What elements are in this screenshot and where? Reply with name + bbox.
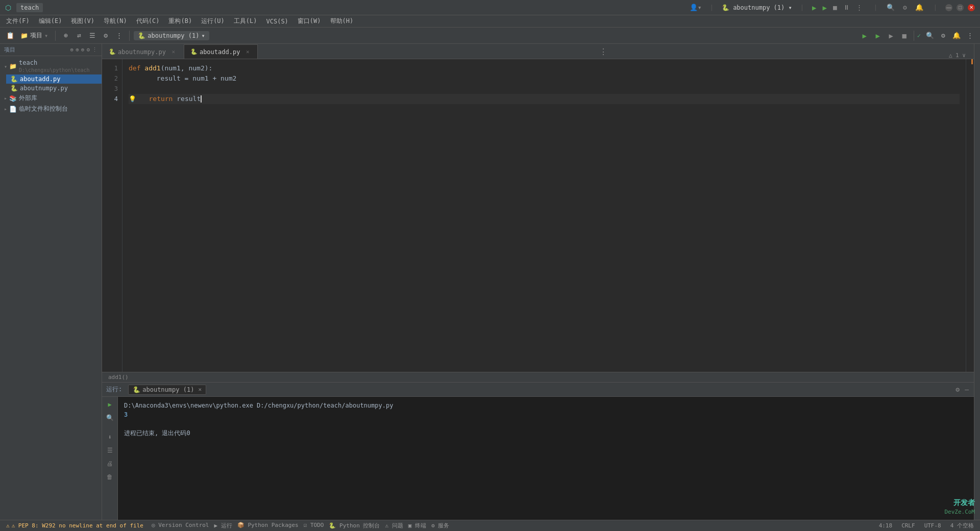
code-editor[interactable]: 1 2 3 4 def add1(num1, num2): .......res… xyxy=(102,59,974,372)
code-line-2: .......result = num1 + num2 xyxy=(129,73,960,84)
status-indent[interactable]: 4 个空格 xyxy=(948,521,976,530)
status-tab-vcs[interactable]: ◎ Version Control xyxy=(152,522,209,529)
tab-aboutadd-close[interactable]: ✕ xyxy=(244,48,251,56)
param-num1: num1 xyxy=(164,63,180,73)
status-tab-python-console[interactable]: 🐍 Python 控制台 xyxy=(329,522,380,529)
tree-external-libs[interactable]: ▸ 📚 外部库 xyxy=(0,93,102,104)
line-num-4: 4 xyxy=(102,94,118,104)
terminal-search-btn[interactable]: 🔍 xyxy=(104,412,115,423)
user-icon[interactable]: 👤▾ xyxy=(690,4,702,11)
terminal-tab-close[interactable]: ✕ xyxy=(198,386,202,393)
debug-button[interactable]: ▶ xyxy=(872,30,884,42)
menu-tools[interactable]: 工具(L) xyxy=(230,16,261,27)
terminal-body[interactable]: D:\Anaconda3\envs\newenv\python.exe D:/c… xyxy=(118,397,974,520)
terminal-minimize-btn[interactable]: — xyxy=(964,385,970,394)
coverage-button[interactable]: ▶ xyxy=(885,30,897,42)
editor-area: 🐍 aboutnumpy.py ✕ 🐍 aboutadd.py ✕ ⋮ △ 1 … xyxy=(102,44,974,520)
maximize-button[interactable]: □ xyxy=(957,4,964,11)
status-encoding[interactable]: UTF-8 xyxy=(922,522,943,529)
tab-aboutnumpy-close[interactable]: ✕ xyxy=(170,48,177,56)
tab-aboutadd-icon: 🐍 xyxy=(190,48,198,55)
right-panel xyxy=(974,44,980,520)
tab-aboutadd[interactable]: 🐍 aboutadd.py ✕ xyxy=(184,44,258,59)
notifications-btn[interactable]: 🔔 xyxy=(950,30,963,42)
tree-file-aboutadd[interactable]: 🐍 aboutadd.py xyxy=(6,74,102,84)
status-tab-terminal[interactable]: ▣ 终端 xyxy=(408,522,426,529)
menu-run[interactable]: 运行(U) xyxy=(197,16,229,27)
menu-bar: 文件(F) 编辑(E) 视图(V) 导航(N) 代码(C) 重构(B) 运行(U… xyxy=(0,15,980,28)
sidebar-action-2[interactable]: ⊕ xyxy=(76,46,79,53)
status-line-col[interactable]: 4:18 xyxy=(877,522,895,529)
toolbar-btn-3[interactable]: ☰ xyxy=(86,30,99,42)
status-line-ending[interactable]: CRLF xyxy=(899,522,917,529)
run-config-selector[interactable]: 🐍 aboutnumpy (1) ▾ xyxy=(134,31,209,40)
menu-view[interactable]: 视图(V) xyxy=(67,16,99,27)
tree-file-aboutnumpy[interactable]: 🐍 aboutnumpy.py xyxy=(6,84,102,93)
code-content[interactable]: def add1(num1, num2): .......result = nu… xyxy=(122,59,966,372)
status-tabs: ◎ Version Control ▶ 运行 📦 Python Packages… xyxy=(152,522,449,529)
assign-op: = xyxy=(181,73,192,84)
tab-more-btn[interactable]: ⋮ xyxy=(595,44,611,59)
menu-vcs[interactable]: VCS(S) xyxy=(262,17,292,26)
status-tab-services[interactable]: ⚙ 服务 xyxy=(431,522,449,529)
status-tab-python-packages[interactable]: 📦 Python Packages xyxy=(237,522,299,529)
sidebar-action-settings[interactable]: ⚙ xyxy=(86,46,90,53)
terminal-command-line: D:\Anaconda3\envs\newenv\python.exe D:/c… xyxy=(124,401,968,410)
more-icon[interactable]: ⋮ xyxy=(856,4,863,11)
terminal-tab-aboutnumpy[interactable]: 🐍 aboutnumpy (1) ✕ xyxy=(128,385,206,395)
menu-window[interactable]: 窗口(W) xyxy=(293,16,325,27)
settings-btn[interactable]: ⚙ xyxy=(937,30,949,42)
more-btn[interactable]: ⋮ xyxy=(964,30,976,42)
project-header-label: 项目 xyxy=(4,46,15,54)
menu-refactor[interactable]: 重构(B) xyxy=(164,16,196,27)
pause-icon[interactable]: ⏸ xyxy=(843,4,850,11)
sidebar: 项目 ⊕ ⊕ ⊕ ⚙ ⋮ ▾ 📁 teach D:\chengxu\python… xyxy=(0,44,102,520)
menu-help[interactable]: 帮助(H) xyxy=(326,16,358,27)
search-btn[interactable]: 🔍 xyxy=(924,30,936,42)
tree-temp-files[interactable]: ▸ 📄 临时文件和控制台 xyxy=(0,104,102,114)
sidebar-action-more[interactable]: ⋮ xyxy=(92,46,97,53)
toolbar-project-section: 📋 📁 项目 ▾ xyxy=(4,30,51,42)
terminal-rerun-btn[interactable]: ▶ xyxy=(104,399,115,410)
bulb-icon[interactable]: 💡 xyxy=(129,94,136,104)
run-coverage-icon[interactable]: ▶ xyxy=(822,4,826,12)
stop-button[interactable]: ■ xyxy=(898,30,911,42)
close-button[interactable]: ✕ xyxy=(968,4,975,11)
status-bar: ⚠ ⚠ PEP 8: W292 no newline at end of fil… xyxy=(0,520,980,531)
aboutadd-icon: 🐍 xyxy=(10,75,18,83)
run-config-header[interactable]: 🐍 aboutnumpy (1) ▾ xyxy=(722,4,792,11)
status-tab-run[interactable]: ▶ 运行 xyxy=(214,522,232,529)
toolbar-btn-1[interactable]: ⊕ xyxy=(60,30,72,42)
tree-root[interactable]: ▾ 📁 teach D:\chengxu\python\teach xyxy=(0,58,102,74)
toolbar-btn-4[interactable]: ⋮ xyxy=(113,30,125,42)
toolbar-divider-1 xyxy=(55,31,56,41)
menu-navigate[interactable]: 导航(N) xyxy=(100,16,131,27)
menu-file[interactable]: 文件(F) xyxy=(2,16,34,27)
menu-code[interactable]: 代码(C) xyxy=(132,16,164,27)
minimize-button[interactable]: — xyxy=(945,4,952,11)
terminal-trash-btn[interactable]: 🗑 xyxy=(104,471,115,483)
notifications-icon[interactable]: 🔔 xyxy=(915,4,923,11)
sidebar-action-1[interactable]: ⊕ xyxy=(70,46,74,53)
search-header-icon[interactable]: 🔍 xyxy=(887,4,895,11)
project-label[interactable]: 📁 项目 ▾ xyxy=(17,30,51,41)
status-warning[interactable]: ⚠ ⚠ PEP 8: W292 no newline at end of fil… xyxy=(4,522,145,529)
settings-icon[interactable]: ⚙ xyxy=(903,4,907,11)
tab-aboutnumpy[interactable]: 🐍 aboutnumpy.py ✕ xyxy=(102,44,184,59)
stop-icon[interactable]: ■ xyxy=(833,4,837,11)
terminal-list-btn[interactable]: ☰ xyxy=(104,445,115,456)
paren-close: ): xyxy=(205,63,213,73)
status-tab-problems[interactable]: ⚠ 问题 xyxy=(385,522,403,529)
terminal-scroll-down-btn[interactable]: ⬇ xyxy=(104,432,115,443)
run-icon[interactable]: ▶ xyxy=(812,4,816,12)
toolbar-btn-settings[interactable]: ⚙ xyxy=(100,30,112,42)
terminal-print-btn[interactable]: 🖨 xyxy=(104,458,115,469)
toolbar-btn-2[interactable]: ⇄ xyxy=(73,30,85,42)
sidebar-action-3[interactable]: ⊕ xyxy=(81,46,85,53)
project-tab[interactable]: teach xyxy=(16,3,43,12)
run-button[interactable]: ▶ xyxy=(859,30,871,42)
status-tab-todo[interactable]: ☑ TODO xyxy=(304,522,324,529)
menu-edit[interactable]: 编辑(E) xyxy=(35,16,66,27)
terminal-settings-btn[interactable]: ⚙ xyxy=(954,385,961,394)
status-right: 4:18 CRLF UTF-8 4 个空格 xyxy=(877,521,976,530)
